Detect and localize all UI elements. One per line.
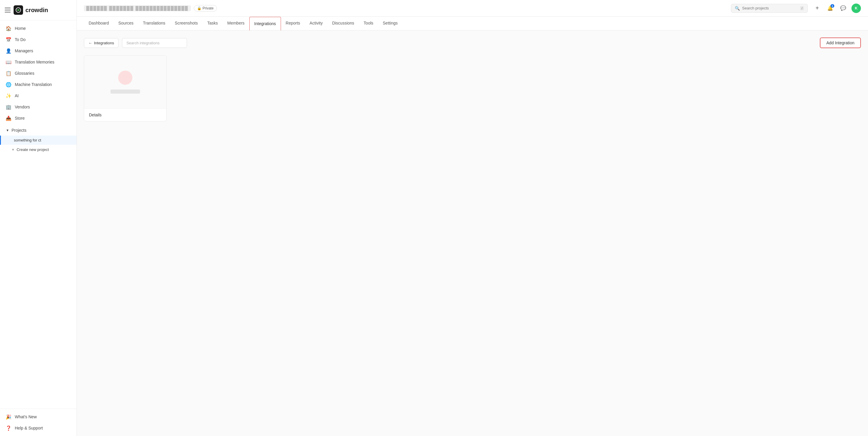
translation-memories-icon: 📖 (6, 59, 11, 65)
tab-navigation: Dashboard Sources Translations Screensho… (77, 17, 868, 30)
top-header: ██████ ███████ ███████████████ 🔒 Private… (77, 0, 868, 17)
tab-tools[interactable]: Tools (359, 17, 378, 30)
vendors-icon: 🏢 (6, 104, 11, 110)
help-support-icon: ❓ (6, 425, 11, 431)
tab-discussions[interactable]: Discussions (327, 17, 359, 30)
lock-icon: 🔒 (197, 6, 202, 10)
details-label: Details (89, 113, 102, 117)
integration-logo (118, 71, 132, 85)
project-name-blurred: ██████ ███████ ███████████████ (84, 5, 191, 11)
search-integrations-box[interactable] (122, 38, 187, 48)
content-area: ← Integrations Add Integration Details (77, 30, 868, 436)
sidebar-item-ai-label: AI (15, 93, 19, 98)
whats-new-icon: 🎉 (6, 414, 11, 419)
sidebar-item-home[interactable]: 🏠 Home (0, 23, 76, 34)
search-box[interactable]: 🔍 / (731, 4, 808, 13)
tab-reports[interactable]: Reports (281, 17, 305, 30)
search-integrations-input[interactable] (126, 41, 183, 45)
plus-icon: + (12, 147, 14, 152)
project-title-area: ██████ ███████ ███████████████ 🔒 Private (84, 5, 726, 11)
tab-dashboard[interactable]: Dashboard (84, 17, 114, 30)
ai-icon: ✨ (6, 93, 11, 98)
integration-card[interactable]: Details (84, 55, 167, 121)
glossaries-icon: 📋 (6, 71, 11, 76)
machine-translation-icon: 🌐 (6, 82, 11, 87)
private-label: Private (203, 6, 214, 10)
sidebar-item-vendors[interactable]: 🏢 Vendors (0, 101, 76, 113)
tab-screenshots[interactable]: Screenshots (170, 17, 203, 30)
card-footer: Details (84, 109, 166, 121)
sidebar-item-managers-label: Managers (15, 49, 33, 53)
search-shortcut: / (800, 6, 804, 10)
store-icon: 📥 (6, 116, 11, 121)
sidebar-item-translation-memories-label: Translation Memories (15, 60, 54, 64)
home-icon: 🏠 (6, 26, 11, 31)
back-to-integrations-button[interactable]: ← Integrations (84, 38, 119, 48)
tab-sources[interactable]: Sources (114, 17, 138, 30)
tab-activity[interactable]: Activity (305, 17, 327, 30)
sidebar-item-translation-memories[interactable]: 📖 Translation Memories (0, 56, 76, 68)
card-preview (84, 56, 166, 109)
projects-label: Projects (11, 128, 27, 133)
private-badge: 🔒 Private (194, 5, 217, 11)
tab-settings[interactable]: Settings (378, 17, 403, 30)
integration-name-blurred (111, 90, 140, 94)
chevron-down-icon: ▼ (6, 128, 9, 132)
tab-integrations[interactable]: Integrations (249, 17, 281, 30)
sidebar-item-machine-translation-label: Machine Translation (15, 82, 52, 87)
sidebar-header: crowdin (0, 0, 76, 20)
tab-translations[interactable]: Translations (138, 17, 170, 30)
sidebar-item-todo[interactable]: 📅 To Do (0, 34, 76, 45)
active-project-item[interactable]: something for ct (0, 135, 76, 145)
sidebar-item-help-support-label: Help & Support (15, 426, 43, 430)
crowdin-logo-icon (13, 5, 23, 15)
sidebar-nav: 🏠 Home 📅 To Do 👤 Managers 📖 Translation … (0, 20, 76, 408)
sidebar-bottom: 🎉 What's New ❓ Help & Support (0, 408, 76, 436)
notifications-button[interactable]: 🔔 1 (826, 4, 835, 13)
sidebar-item-managers[interactable]: 👤 Managers (0, 45, 76, 56)
tab-tasks[interactable]: Tasks (203, 17, 222, 30)
toolbar-left: ← Integrations (84, 38, 187, 48)
logo: crowdin (13, 5, 48, 15)
add-integration-button[interactable]: Add Integration (820, 37, 861, 48)
sidebar-item-whats-new[interactable]: 🎉 What's New (0, 411, 76, 423)
main-content: ██████ ███████ ███████████████ 🔒 Private… (77, 0, 868, 436)
add-button[interactable]: + (812, 4, 822, 13)
user-avatar[interactable]: K (851, 4, 861, 13)
logo-text: crowdin (25, 7, 48, 13)
sidebar-item-machine-translation[interactable]: 🌐 Machine Translation (0, 79, 76, 90)
sidebar-item-ai[interactable]: ✨ AI (0, 90, 76, 101)
projects-section: ▼ Projects something for ct + Create new… (0, 124, 76, 155)
sidebar-item-whats-new-label: What's New (15, 414, 37, 419)
projects-header[interactable]: ▼ Projects (0, 125, 76, 135)
integrations-toolbar: ← Integrations Add Integration (84, 37, 861, 48)
message-icon: 💬 (840, 5, 846, 11)
search-input[interactable] (742, 6, 798, 10)
managers-icon: 👤 (6, 48, 11, 54)
messages-button[interactable]: 💬 (838, 4, 848, 13)
sidebar-item-glossaries[interactable]: 📋 Glossaries (0, 68, 76, 79)
sidebar-item-store[interactable]: 📥 Store (0, 113, 76, 124)
hamburger-menu-icon[interactable] (5, 7, 11, 13)
integrations-grid: Details (84, 55, 861, 121)
sidebar-item-glossaries-label: Glossaries (15, 71, 34, 75)
sidebar-item-vendors-label: Vendors (15, 104, 30, 109)
header-actions: + 🔔 1 💬 K (812, 4, 861, 13)
tab-members[interactable]: Members (222, 17, 249, 30)
sidebar-item-help-support[interactable]: ❓ Help & Support (0, 423, 76, 434)
back-arrow-icon: ← (88, 41, 92, 45)
create-project-label: Create new project (17, 147, 49, 152)
notification-count: 1 (831, 4, 834, 8)
create-new-project[interactable]: + Create new project (0, 145, 76, 154)
todo-icon: 📅 (6, 37, 11, 42)
sidebar-item-todo-label: To Do (15, 37, 26, 42)
active-project-name: something for ct (14, 138, 41, 143)
sidebar-item-home-label: Home (15, 26, 26, 31)
sidebar-item-store-label: Store (15, 116, 25, 121)
search-icon: 🔍 (735, 6, 740, 11)
plus-icon: + (815, 5, 819, 11)
sidebar: crowdin 🏠 Home 📅 To Do 👤 Managers 📖 Tran… (0, 0, 77, 436)
back-label: Integrations (94, 41, 114, 45)
